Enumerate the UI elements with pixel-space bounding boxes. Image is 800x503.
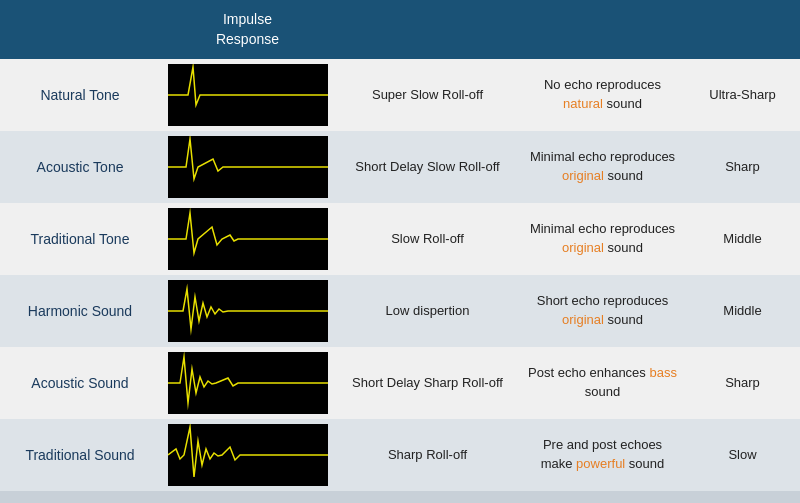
header-impulse: ImpulseResponse (160, 0, 335, 59)
filter-name-cell: Super Slow Roll-off (335, 59, 520, 131)
impulse-response-cell (160, 347, 335, 419)
edge-cell: Sharp (685, 347, 800, 419)
filter-name-cell: Low dispertion (335, 275, 520, 347)
sound-type-cell: Traditional Sound (0, 419, 160, 491)
header-edge (685, 0, 800, 59)
table-row: Harmonic SoundLow dispertionShort echo r… (0, 275, 800, 347)
header-filter (335, 0, 520, 59)
impulse-response-cell (160, 59, 335, 131)
edge-cell: Sharp (685, 131, 800, 203)
impulse-response-cell (160, 419, 335, 491)
table-row: Acoustic SoundShort Delay Sharp Roll-off… (0, 347, 800, 419)
edge-cell: Middle (685, 203, 800, 275)
sound-type-cell: Traditional Tone (0, 203, 160, 275)
filter-name-cell: Sharp Roll-off (335, 419, 520, 491)
table-row: Natural ToneSuper Slow Roll-offNo echo r… (0, 59, 800, 131)
filter-name-cell: Short Delay Sharp Roll-off (335, 347, 520, 419)
remarks-cell: Pre and post echoes make powerful sound (520, 419, 685, 491)
filter-name-cell: Slow Roll-off (335, 203, 520, 275)
remarks-cell: Minimal echo reproduces original sound (520, 203, 685, 275)
header-remarks (520, 0, 685, 59)
sound-type-cell: Natural Tone (0, 59, 160, 131)
remarks-cell: Short echo reproduces original sound (520, 275, 685, 347)
edge-cell: Ultra-Sharp (685, 59, 800, 131)
edge-cell: Slow (685, 419, 800, 491)
impulse-response-cell (160, 131, 335, 203)
sound-type-cell: Harmonic Sound (0, 275, 160, 347)
impulse-response-cell (160, 203, 335, 275)
header-sound-type (0, 0, 160, 59)
filter-name-cell: Short Delay Slow Roll-off (335, 131, 520, 203)
sound-type-cell: Acoustic Sound (0, 347, 160, 419)
table-row: Traditional SoundSharp Roll-offPre and p… (0, 419, 800, 491)
impulse-response-cell (160, 275, 335, 347)
remarks-cell: Post echo enhances bass sound (520, 347, 685, 419)
table-row: Traditional ToneSlow Roll-offMinimal ech… (0, 203, 800, 275)
remarks-cell: Minimal echo reproduces original sound (520, 131, 685, 203)
edge-cell: Middle (685, 275, 800, 347)
remarks-cell: No echo reproduces natural sound (520, 59, 685, 131)
table-row: Acoustic ToneShort Delay Slow Roll-offMi… (0, 131, 800, 203)
sound-type-cell: Acoustic Tone (0, 131, 160, 203)
